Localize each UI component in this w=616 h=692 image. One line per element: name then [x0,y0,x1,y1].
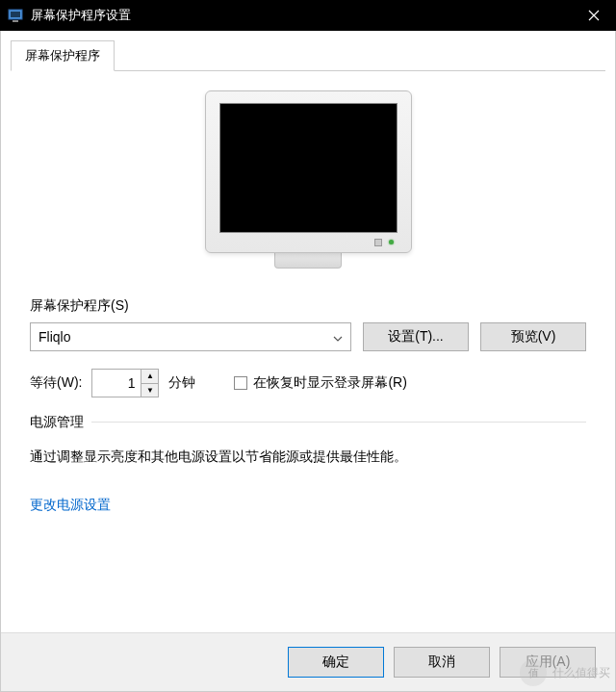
content-panel: 屏幕保护程序(S) Fliqlo 设置(T)... 预览(V) 等待(W): [1,71,615,632]
screensaver-selected-value: Fliqlo [38,329,333,345]
wait-unit: 分钟 [168,374,195,392]
wait-label: 等待(W): [30,374,82,392]
window-title: 屏幕保护程序设置 [31,7,572,24]
tab-strip: 屏幕保护程序 [11,40,605,71]
preview-button[interactable]: 预览(V) [480,322,586,351]
cancel-button[interactable]: 取消 [394,647,490,678]
resume-checkbox[interactable] [234,376,247,390]
spinner-up-button[interactable]: ▲ [141,370,158,384]
screensaver-section: 屏幕保护程序(S) Fliqlo 设置(T)... 预览(V) 等待(W): [30,297,586,397]
power-section: 电源管理 通过调整显示亮度和其他电源设置以节省能源或提供最佳性能。 更改电源设置 [30,422,586,514]
power-heading: 电源管理 [30,414,91,431]
monitor-screen [219,103,398,233]
monitor-power-button-icon [374,239,382,246]
dialog-body: 屏幕保护程序 屏幕保护程序(S) Fliqlo [0,31,616,692]
svg-rect-2 [13,20,18,22]
wait-spinner[interactable]: ▲ ▼ [91,369,159,397]
spinner-down-button[interactable]: ▼ [141,384,158,397]
settings-button[interactable]: 设置(T)... [363,322,469,351]
wait-row: 等待(W): ▲ ▼ 分钟 在恢复时显示登录屏幕(R) [30,369,586,397]
power-settings-link[interactable]: 更改电源设置 [30,497,111,512]
close-button[interactable] [572,0,616,31]
monitor-preview [30,90,586,269]
monitor-graphic [205,90,412,269]
resume-checkbox-wrap[interactable]: 在恢复时显示登录屏幕(R) [234,374,406,392]
watermark-badge: 值 [520,659,547,686]
svg-rect-1 [11,12,20,17]
ok-button[interactable]: 确定 [288,647,384,678]
watermark: 值 什么值得买 [520,659,610,686]
watermark-text: 什么值得买 [552,665,610,681]
screensaver-controls-row: Fliqlo 设置(T)... 预览(V) [30,322,586,351]
tab-area: 屏幕保护程序 [1,31,615,71]
chevron-down-icon [333,329,343,345]
wait-input[interactable] [92,370,141,397]
power-description: 通过调整显示亮度和其他电源设置以节省能源或提供最佳性能。 [30,447,586,467]
app-icon [8,8,23,23]
resume-checkbox-label: 在恢复时显示登录屏幕(R) [253,374,406,392]
tab-screensaver[interactable]: 屏幕保护程序 [11,40,115,71]
titlebar: 屏幕保护程序设置 [0,0,616,31]
screensaver-select[interactable]: Fliqlo [30,322,351,351]
monitor-led-icon [389,240,394,244]
screensaver-label: 屏幕保护程序(S) [30,297,586,315]
